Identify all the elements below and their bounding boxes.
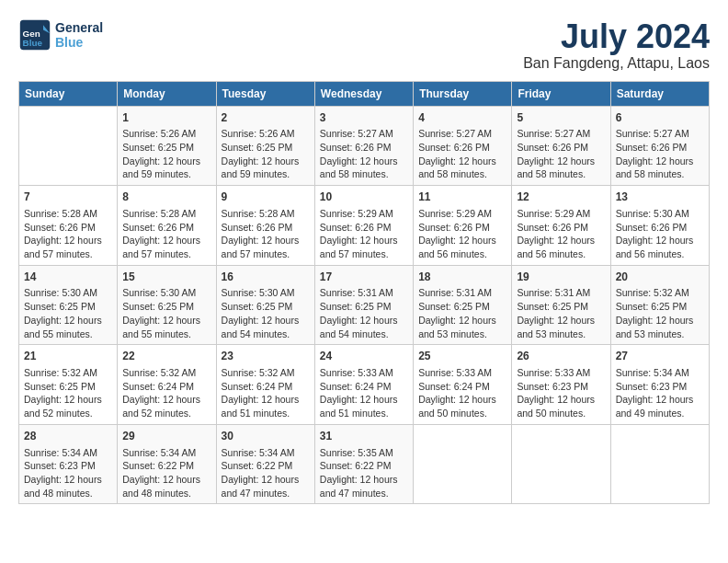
calendar-header-row: SundayMondayTuesdayWednesdayThursdayFrid… bbox=[19, 81, 710, 106]
day-number: 19 bbox=[517, 270, 605, 285]
day-number: 3 bbox=[320, 110, 408, 126]
cell-content: Sunrise: 5:26 AM Sunset: 6:25 PM Dayligh… bbox=[222, 127, 310, 181]
day-number: 28 bbox=[24, 429, 112, 444]
calendar-cell: 28Sunrise: 5:34 AM Sunset: 6:23 PM Dayli… bbox=[19, 424, 118, 504]
cell-content: Sunrise: 5:29 AM Sunset: 6:26 PM Dayligh… bbox=[517, 207, 605, 261]
title-area: July 2024 Ban Fangdeng, Attapu, Laos bbox=[523, 18, 710, 72]
day-number: 12 bbox=[517, 190, 605, 205]
calendar-cell: 11Sunrise: 5:29 AM Sunset: 6:26 PM Dayli… bbox=[414, 186, 512, 266]
day-number: 10 bbox=[320, 190, 408, 205]
day-number: 16 bbox=[222, 270, 310, 285]
cell-content: Sunrise: 5:33 AM Sunset: 6:23 PM Dayligh… bbox=[517, 366, 605, 420]
day-number: 8 bbox=[122, 190, 210, 205]
calendar-cell: 6Sunrise: 5:27 AM Sunset: 6:26 PM Daylig… bbox=[610, 106, 709, 186]
day-number: 4 bbox=[418, 110, 506, 126]
calendar-cell: 15Sunrise: 5:30 AM Sunset: 6:25 PM Dayli… bbox=[118, 265, 216, 345]
day-header-friday: Friday bbox=[512, 81, 610, 106]
day-number: 18 bbox=[418, 270, 506, 285]
calendar-cell: 20Sunrise: 5:32 AM Sunset: 6:25 PM Dayli… bbox=[610, 265, 709, 345]
calendar-cell: 27Sunrise: 5:34 AM Sunset: 6:23 PM Dayli… bbox=[610, 345, 709, 425]
calendar-cell bbox=[512, 424, 610, 504]
cell-content: Sunrise: 5:32 AM Sunset: 6:25 PM Dayligh… bbox=[616, 286, 704, 340]
cell-content: Sunrise: 5:27 AM Sunset: 6:26 PM Dayligh… bbox=[616, 127, 704, 181]
calendar-cell: 13Sunrise: 5:30 AM Sunset: 6:26 PM Dayli… bbox=[610, 186, 709, 266]
calendar-cell: 18Sunrise: 5:31 AM Sunset: 6:25 PM Dayli… bbox=[414, 265, 512, 345]
cell-content: Sunrise: 5:32 AM Sunset: 6:24 PM Dayligh… bbox=[122, 366, 210, 420]
calendar-week-row: 7Sunrise: 5:28 AM Sunset: 6:26 PM Daylig… bbox=[19, 186, 710, 266]
cell-content: Sunrise: 5:33 AM Sunset: 6:24 PM Dayligh… bbox=[320, 366, 408, 420]
calendar-cell: 29Sunrise: 5:34 AM Sunset: 6:22 PM Dayli… bbox=[118, 424, 216, 504]
calendar-cell: 31Sunrise: 5:35 AM Sunset: 6:22 PM Dayli… bbox=[314, 424, 413, 504]
day-number: 13 bbox=[616, 190, 704, 205]
calendar-cell: 10Sunrise: 5:29 AM Sunset: 6:26 PM Dayli… bbox=[314, 186, 413, 266]
cell-content: Sunrise: 5:28 AM Sunset: 6:26 PM Dayligh… bbox=[222, 207, 310, 261]
calendar-cell: 5Sunrise: 5:27 AM Sunset: 6:26 PM Daylig… bbox=[512, 106, 610, 186]
cell-content: Sunrise: 5:26 AM Sunset: 6:25 PM Dayligh… bbox=[122, 127, 210, 181]
cell-content: Sunrise: 5:34 AM Sunset: 6:23 PM Dayligh… bbox=[24, 446, 112, 500]
day-header-wednesday: Wednesday bbox=[314, 81, 413, 106]
day-number: 27 bbox=[616, 349, 704, 364]
day-number: 7 bbox=[24, 190, 112, 205]
day-number: 11 bbox=[418, 190, 506, 205]
subtitle: Ban Fangdeng, Attapu, Laos bbox=[523, 55, 710, 72]
calendar-body: 1Sunrise: 5:26 AM Sunset: 6:25 PM Daylig… bbox=[19, 106, 710, 504]
cell-content: Sunrise: 5:27 AM Sunset: 6:26 PM Dayligh… bbox=[418, 127, 506, 181]
calendar-cell: 25Sunrise: 5:33 AM Sunset: 6:24 PM Dayli… bbox=[414, 345, 512, 425]
day-number: 31 bbox=[320, 429, 408, 444]
cell-content: Sunrise: 5:31 AM Sunset: 6:25 PM Dayligh… bbox=[418, 286, 506, 340]
cell-content: Sunrise: 5:30 AM Sunset: 6:26 PM Dayligh… bbox=[616, 207, 704, 261]
day-header-tuesday: Tuesday bbox=[216, 81, 314, 106]
day-number: 1 bbox=[122, 110, 210, 126]
calendar-cell: 12Sunrise: 5:29 AM Sunset: 6:26 PM Dayli… bbox=[512, 186, 610, 266]
cell-content: Sunrise: 5:30 AM Sunset: 6:25 PM Dayligh… bbox=[122, 286, 210, 340]
cell-content: Sunrise: 5:30 AM Sunset: 6:25 PM Dayligh… bbox=[222, 286, 310, 340]
day-header-saturday: Saturday bbox=[610, 81, 709, 106]
day-number: 14 bbox=[24, 270, 112, 285]
day-number: 20 bbox=[616, 270, 704, 285]
cell-content: Sunrise: 5:27 AM Sunset: 6:26 PM Dayligh… bbox=[517, 127, 605, 181]
calendar-cell bbox=[610, 424, 709, 504]
cell-content: Sunrise: 5:32 AM Sunset: 6:24 PM Dayligh… bbox=[222, 366, 310, 420]
day-number: 29 bbox=[122, 429, 210, 444]
logo: Gen Blue General Blue bbox=[18, 18, 103, 52]
calendar-cell: 26Sunrise: 5:33 AM Sunset: 6:23 PM Dayli… bbox=[512, 345, 610, 425]
calendar-week-row: 28Sunrise: 5:34 AM Sunset: 6:23 PM Dayli… bbox=[19, 424, 710, 504]
calendar-cell: 19Sunrise: 5:31 AM Sunset: 6:25 PM Dayli… bbox=[512, 265, 610, 345]
day-number: 9 bbox=[222, 190, 310, 205]
day-header-thursday: Thursday bbox=[414, 81, 512, 106]
day-number: 25 bbox=[418, 349, 506, 364]
cell-content: Sunrise: 5:34 AM Sunset: 6:22 PM Dayligh… bbox=[222, 446, 310, 500]
day-number: 26 bbox=[517, 349, 605, 364]
calendar-cell: 4Sunrise: 5:27 AM Sunset: 6:26 PM Daylig… bbox=[414, 106, 512, 186]
day-header-sunday: Sunday bbox=[19, 81, 118, 106]
calendar-cell: 7Sunrise: 5:28 AM Sunset: 6:26 PM Daylig… bbox=[19, 186, 118, 266]
calendar-table: SundayMondayTuesdayWednesdayThursdayFrid… bbox=[18, 81, 710, 505]
cell-content: Sunrise: 5:29 AM Sunset: 6:26 PM Dayligh… bbox=[418, 207, 506, 261]
calendar-cell bbox=[414, 424, 512, 504]
cell-content: Sunrise: 5:34 AM Sunset: 6:23 PM Dayligh… bbox=[616, 366, 704, 420]
cell-content: Sunrise: 5:31 AM Sunset: 6:25 PM Dayligh… bbox=[320, 286, 408, 340]
day-number: 23 bbox=[222, 349, 310, 364]
cell-content: Sunrise: 5:28 AM Sunset: 6:26 PM Dayligh… bbox=[24, 207, 112, 261]
calendar-week-row: 21Sunrise: 5:32 AM Sunset: 6:25 PM Dayli… bbox=[19, 345, 710, 425]
calendar-cell: 9Sunrise: 5:28 AM Sunset: 6:26 PM Daylig… bbox=[216, 186, 314, 266]
day-number: 21 bbox=[24, 349, 112, 364]
main-title: July 2024 bbox=[523, 18, 710, 55]
day-number: 6 bbox=[616, 110, 704, 126]
cell-content: Sunrise: 5:31 AM Sunset: 6:25 PM Dayligh… bbox=[517, 286, 605, 340]
logo-text: General Blue bbox=[55, 20, 103, 50]
cell-content: Sunrise: 5:33 AM Sunset: 6:24 PM Dayligh… bbox=[418, 366, 506, 420]
calendar-cell: 30Sunrise: 5:34 AM Sunset: 6:22 PM Dayli… bbox=[216, 424, 314, 504]
cell-content: Sunrise: 5:27 AM Sunset: 6:26 PM Dayligh… bbox=[320, 127, 408, 181]
calendar-cell: 16Sunrise: 5:30 AM Sunset: 6:25 PM Dayli… bbox=[216, 265, 314, 345]
calendar-cell: 22Sunrise: 5:32 AM Sunset: 6:24 PM Dayli… bbox=[118, 345, 216, 425]
calendar-cell: 24Sunrise: 5:33 AM Sunset: 6:24 PM Dayli… bbox=[314, 345, 413, 425]
day-number: 2 bbox=[222, 110, 310, 126]
svg-text:Blue: Blue bbox=[23, 38, 43, 48]
calendar-cell: 17Sunrise: 5:31 AM Sunset: 6:25 PM Dayli… bbox=[314, 265, 413, 345]
page-header: Gen Blue General Blue July 2024 Ban Fang… bbox=[18, 18, 710, 72]
cell-content: Sunrise: 5:30 AM Sunset: 6:25 PM Dayligh… bbox=[24, 286, 112, 340]
calendar-cell bbox=[19, 106, 118, 186]
calendar-cell: 14Sunrise: 5:30 AM Sunset: 6:25 PM Dayli… bbox=[19, 265, 118, 345]
calendar-cell: 2Sunrise: 5:26 AM Sunset: 6:25 PM Daylig… bbox=[216, 106, 314, 186]
